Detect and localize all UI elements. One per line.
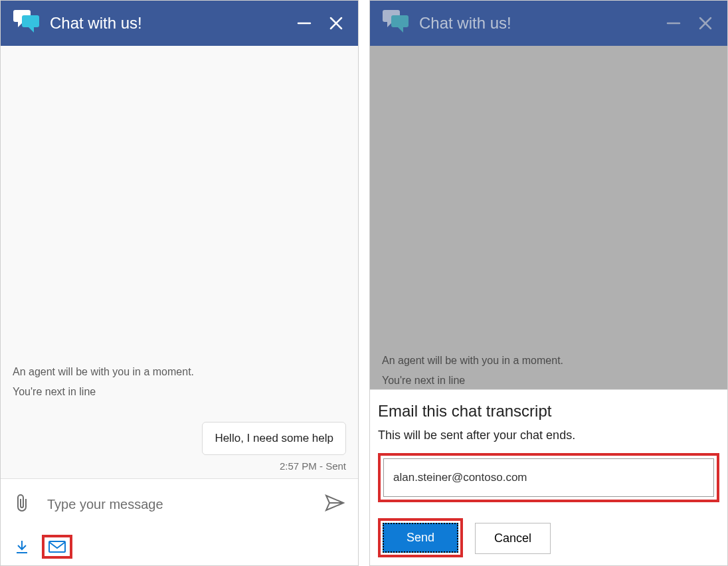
svg-rect-1 [22,15,39,27]
chat-body: An agent will be with you in a moment. Y… [1,46,358,478]
cancel-button[interactable]: Cancel [475,523,551,554]
message-input-bar [1,478,358,529]
message-timestamp: 2:57 PM - Sent [13,460,346,472]
chat-logo-icon [13,9,41,37]
chat-header: Chat with us! [370,1,727,46]
chat-title: Chat with us! [50,14,282,33]
system-message: You're next in line [382,375,715,387]
download-transcript-button[interactable] [11,536,33,557]
email-input-highlight [378,453,719,502]
email-address-input[interactable] [383,458,714,497]
system-message: An agent will be with you in a moment. [382,355,715,367]
chat-logo-icon [382,9,410,37]
send-icon[interactable] [325,494,345,514]
message-input[interactable] [46,496,325,513]
send-button-highlight: Send [378,518,463,557]
chat-window-left: Chat with us! An agent will be with you … [0,0,359,566]
chat-header: Chat with us! [1,1,358,46]
chat-window-right: Chat with us! An agent will be with you … [369,0,728,566]
email-transcript-button[interactable] [42,535,72,559]
close-button[interactable] [695,13,715,33]
email-panel-buttons: Send Cancel [378,518,719,557]
user-message-bubble: Hello, I need some help [202,422,346,455]
email-transcript-panel: Email this chat transcript This will be … [370,389,727,565]
email-panel-subtitle: This will be sent after your chat ends. [378,428,719,442]
chat-title: Chat with us! [419,14,652,33]
close-button[interactable] [326,13,346,33]
svg-rect-8 [49,541,65,552]
minimize-button[interactable] [664,13,683,33]
minimize-button[interactable] [294,13,314,33]
system-message: An agent will be with you in a moment. [13,366,346,378]
email-panel-title: Email this chat transcript [378,402,719,421]
send-button[interactable]: Send [383,523,458,553]
footer-bar [1,529,358,565]
chat-body-dimmed: An agent will be with you in a moment. Y… [370,46,727,389]
svg-rect-10 [391,15,409,27]
attachment-icon[interactable] [14,494,30,515]
system-message: You're next in line [13,386,346,398]
user-message-row: Hello, I need some help [13,422,346,455]
